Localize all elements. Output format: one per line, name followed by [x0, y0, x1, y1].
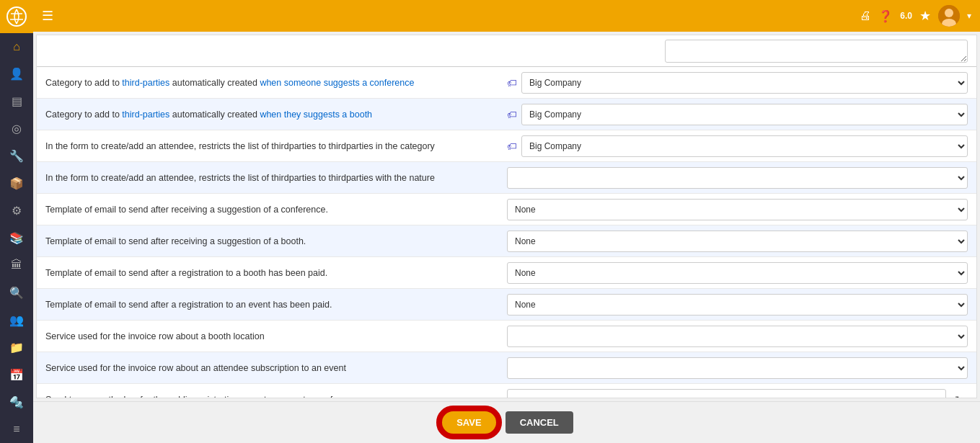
- restrict-category-label: In the form to create/add an attendee, r…: [45, 141, 507, 151]
- restrict-category-select[interactable]: Big Company None: [521, 135, 968, 157]
- sidebar-icon-list[interactable]: ▤: [2, 89, 31, 114]
- seed-row: Seed to secure the key for the public re…: [37, 384, 976, 398]
- template-event-paid-select[interactable]: None: [507, 294, 968, 316]
- restrict-category-row: In the form to create/add an attendee, r…: [37, 130, 976, 162]
- sidebar-icon-search[interactable]: 🔍: [2, 280, 31, 305]
- settings-form: Category to add to third-parties automat…: [36, 35, 977, 398]
- user-chevron-icon[interactable]: ▾: [967, 11, 971, 21]
- category-conference-row: Category to add to third-parties automat…: [37, 67, 976, 99]
- app-logo[interactable]: [0, 0, 33, 33]
- user-avatar[interactable]: [938, 5, 960, 27]
- sidebar-icon-menu[interactable]: ≡: [2, 417, 31, 442]
- sidebar-icon-home[interactable]: ⌂: [2, 35, 31, 59]
- main-content: ☰ 🖨 ❓ 6.0 ★ ▾ Category to add t: [33, 0, 980, 443]
- app-version: 6.0: [900, 11, 912, 21]
- star-icon[interactable]: ★: [919, 8, 931, 24]
- category-booth-row: Category to add to third-parties automat…: [37, 99, 976, 130]
- template-event-paid-control: None: [507, 294, 968, 316]
- sidebar: ⌂ 👤 ▤ ◎ 🔧 📦 ⚙ 📚 🏛 🔍 👥 📁 📅 🔩 ≡: [0, 0, 33, 443]
- sidebar-icon-folder[interactable]: 📁: [2, 335, 31, 359]
- template-conference-select[interactable]: None: [507, 199, 968, 220]
- template-booth-paid-select[interactable]: None: [507, 262, 968, 284]
- save-button[interactable]: SAVE: [440, 409, 498, 436]
- sidebar-icon-calendar[interactable]: 📅: [2, 362, 31, 387]
- tag-icon-1: 🏷: [507, 77, 517, 89]
- category-conference-select[interactable]: Big Company None: [521, 72, 968, 94]
- action-bar: SAVE CANCEL: [33, 401, 980, 443]
- sidebar-icon-books[interactable]: 📚: [2, 226, 31, 251]
- restrict-nature-label: In the form to create/add an attendee, r…: [45, 173, 507, 183]
- template-event-paid-label: Template of email to send after a regist…: [45, 300, 507, 310]
- tag-icon-3: 🏷: [507, 140, 517, 152]
- category-conference-control: 🏷 Big Company None: [507, 72, 968, 94]
- svg-point-4: [945, 9, 953, 17]
- topbar: ☰ 🖨 ❓ 6.0 ★ ▾: [33, 0, 980, 32]
- category-booth-control: 🏷 Big Company None: [507, 104, 968, 125]
- template-booth-paid-control: None: [507, 262, 968, 284]
- service-booth-location-label: Service used for the invoice row about a…: [45, 331, 507, 341]
- template-conference-label: Template of email to send after receivin…: [45, 205, 507, 215]
- restrict-nature-row: In the form to create/add an attendee, r…: [37, 162, 976, 194]
- category-conference-label: Category to add to third-parties automat…: [45, 78, 507, 88]
- top-textarea[interactable]: [665, 40, 968, 63]
- seed-input[interactable]: [507, 389, 946, 399]
- seed-control: ↻: [507, 389, 968, 399]
- template-conference-row: Template of email to send after receivin…: [37, 194, 976, 225]
- service-booth-location-row: Service used for the invoice row about a…: [37, 321, 976, 352]
- restrict-category-control: 🏷 Big Company None: [507, 135, 968, 157]
- restrict-nature-control: Nature1: [507, 167, 968, 189]
- seed-label: Seed to secure the key for the public re…: [45, 395, 507, 399]
- category-booth-label: Category to add to third-parties automat…: [45, 109, 507, 120]
- topbar-right-actions: 🖨 ❓ 6.0 ★ ▾: [860, 5, 971, 27]
- service-attendee-label: Service used for the invoice row about a…: [45, 363, 507, 373]
- category-booth-select[interactable]: Big Company None: [521, 104, 968, 125]
- textarea-row: [37, 35, 976, 67]
- seed-refresh-button[interactable]: ↻: [950, 393, 968, 399]
- hamburger-menu-icon[interactable]: ☰: [42, 8, 53, 24]
- sidebar-icon-wrench[interactable]: 🔩: [2, 390, 31, 414]
- service-attendee-row: Service used for the invoice row about a…: [37, 352, 976, 384]
- service-booth-location-control: Service1: [507, 326, 968, 347]
- service-attendee-control: Service1: [507, 357, 968, 379]
- sidebar-icon-user[interactable]: 👤: [2, 62, 31, 86]
- restrict-nature-select[interactable]: Nature1: [507, 167, 968, 189]
- template-event-paid-row: Template of email to send after a regist…: [37, 289, 976, 321]
- template-booth-select[interactable]: None: [507, 231, 968, 252]
- template-booth-paid-row: Template of email to send after a regist…: [37, 257, 976, 289]
- service-attendee-select[interactable]: Service1: [507, 357, 968, 379]
- service-booth-location-select[interactable]: Service1: [507, 326, 968, 347]
- sidebar-icon-tools[interactable]: 🔧: [2, 144, 31, 169]
- template-booth-label: Template of email to send after receivin…: [45, 236, 507, 246]
- sidebar-icon-bolt[interactable]: ⚙: [2, 199, 31, 223]
- cancel-button[interactable]: CANCEL: [506, 411, 573, 434]
- sidebar-icon-box[interactable]: 📦: [2, 171, 31, 196]
- template-booth-paid-label: Template of email to send after a regist…: [45, 268, 507, 278]
- sidebar-icon-circle[interactable]: ◎: [2, 117, 31, 141]
- sidebar-icon-bank[interactable]: 🏛: [2, 254, 31, 278]
- sidebar-icon-people[interactable]: 👥: [2, 308, 31, 332]
- tag-icon-2: 🏷: [507, 109, 517, 120]
- print-icon[interactable]: 🖨: [860, 9, 871, 22]
- template-booth-row: Template of email to send after receivin…: [37, 225, 976, 257]
- help-icon[interactable]: ❓: [878, 9, 893, 23]
- template-conference-control: None: [507, 199, 968, 220]
- template-booth-control: None: [507, 231, 968, 252]
